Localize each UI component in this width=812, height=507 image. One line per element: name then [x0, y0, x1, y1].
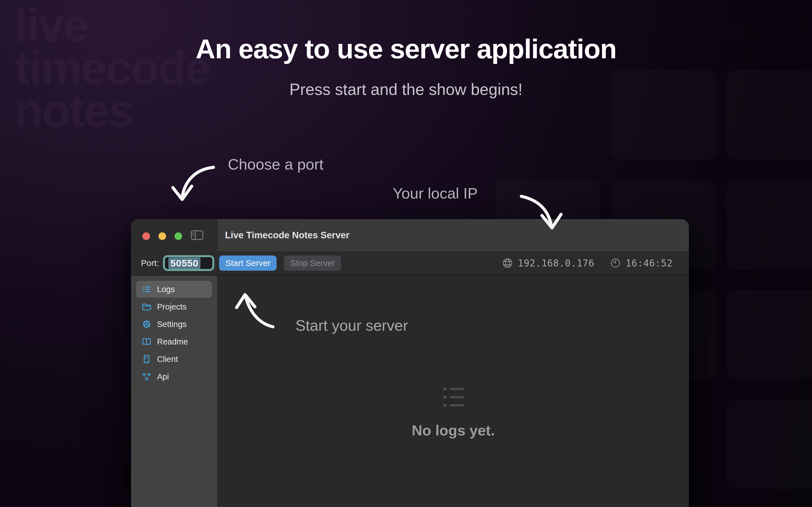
minimize-button[interactable]: [158, 232, 166, 240]
globe-icon: [502, 258, 513, 269]
close-button[interactable]: [142, 232, 150, 240]
hero-subtitle: Press start and the show begins!: [0, 80, 812, 99]
window-titlebar[interactable]: Live Timecode Notes Server: [218, 219, 689, 251]
logs-content-area: No logs yet.: [218, 276, 689, 507]
sidebar-item-logs[interactable]: Logs: [136, 281, 212, 298]
local-ip-value: 192.168.0.176: [518, 258, 594, 269]
sidebar-toggle-icon[interactable]: [191, 230, 203, 240]
port-input[interactable]: 50550: [163, 255, 214, 271]
background-tile: [727, 290, 812, 379]
port-value: 50550: [168, 258, 200, 269]
sidebar-item-label: Projects: [157, 302, 187, 312]
sidebar-item-label: Logs: [157, 285, 175, 294]
sidebar-item-api[interactable]: Api: [136, 368, 212, 385]
zoom-button[interactable]: [174, 232, 182, 240]
toolbar: Port: 50550 Start Server Stop Server 192…: [131, 251, 689, 275]
background-tile: [727, 400, 812, 489]
sidebar-item-label: Settings: [157, 320, 187, 329]
sidebar-item-projects[interactable]: Projects: [136, 298, 212, 315]
stop-server-button: Stop Server: [284, 256, 341, 271]
folder-icon: [142, 302, 151, 312]
app-window: Live Timecode Notes Server Port: 50550 S…: [131, 219, 689, 507]
page-background: live timecode notes An easy to use serve…: [0, 0, 812, 507]
open-book-icon: [142, 337, 151, 346]
sidebar-item-settings[interactable]: Settings: [136, 316, 212, 333]
background-tile: [727, 180, 812, 269]
hero-title: An easy to use server application: [0, 33, 812, 65]
window-title: Live Timecode Notes Server: [225, 230, 349, 240]
clock-value: 16:46:52: [626, 258, 673, 269]
empty-state-text: No logs yet.: [412, 422, 495, 439]
curved-arrow-choose-port: [173, 167, 213, 200]
port-label: Port:: [141, 258, 159, 268]
window-body: Logs Projects: [131, 276, 689, 507]
sidebar-item-label: Api: [157, 372, 169, 381]
start-server-button[interactable]: Start Server: [219, 256, 276, 271]
sidebar-item-label: Client: [157, 355, 178, 364]
list-bullet-icon: [142, 284, 151, 294]
api-nodes-icon: [142, 372, 151, 381]
client-device-icon: [142, 354, 151, 364]
status-group: 192.168.0.176 16:46:52: [502, 258, 673, 269]
sidebar-item-label: Readme: [157, 337, 188, 346]
sidebar-item-client[interactable]: Client: [136, 351, 212, 368]
annotation-local-ip: Your local IP: [393, 184, 477, 202]
annotation-start-server: Start your server: [296, 317, 408, 334]
annotation-choose-port: Choose a port: [228, 156, 323, 173]
brand-watermark: live timecode notes: [15, 4, 210, 132]
empty-state: No logs yet.: [218, 386, 689, 439]
sidebar-item-readme[interactable]: Readme: [136, 333, 212, 350]
gear-icon: [142, 320, 151, 329]
window-controls: [142, 232, 182, 240]
sidebar: Logs Projects: [131, 276, 218, 507]
empty-logs-icon: [442, 386, 465, 408]
clock-icon: [610, 258, 621, 269]
